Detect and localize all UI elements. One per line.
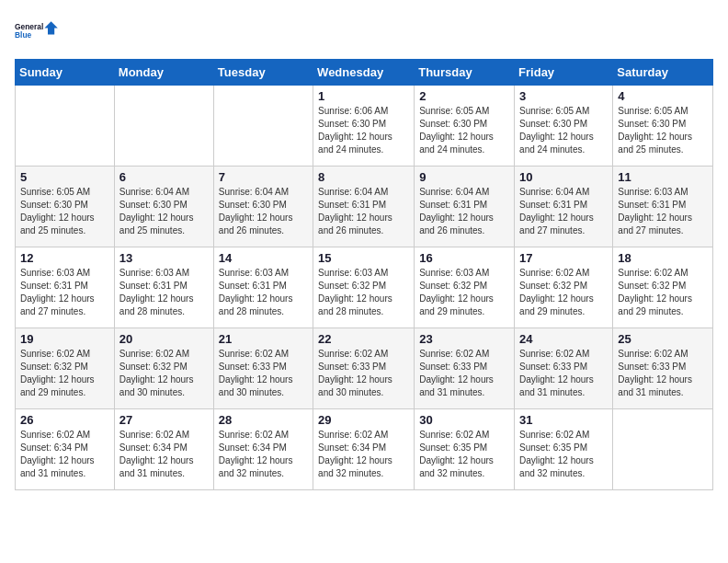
weekday-header-friday: Friday [515, 60, 613, 86]
day-info: Sunrise: 6:05 AM Sunset: 6:30 PM Dayligh… [618, 105, 708, 156]
calendar-cell: 12Sunrise: 6:03 AM Sunset: 6:31 PM Dayli… [16, 247, 115, 328]
calendar-cell: 6Sunrise: 6:04 AM Sunset: 6:30 PM Daylig… [114, 167, 213, 247]
day-info: Sunrise: 6:02 AM Sunset: 6:34 PM Dayligh… [20, 429, 109, 480]
calendar-cell: 10Sunrise: 6:04 AM Sunset: 6:31 PM Dayli… [515, 167, 613, 247]
calendar-cell: 4Sunrise: 6:05 AM Sunset: 6:30 PM Daylig… [613, 86, 713, 167]
day-info: Sunrise: 6:02 AM Sunset: 6:32 PM Dayligh… [618, 267, 708, 318]
day-number: 21 [219, 332, 308, 346]
day-number: 7 [219, 170, 308, 184]
day-number: 19 [20, 332, 109, 346]
day-number: 3 [519, 89, 608, 103]
weekday-header-row: SundayMondayTuesdayWednesdayThursdayFrid… [16, 60, 713, 86]
day-info: Sunrise: 6:04 AM Sunset: 6:31 PM Dayligh… [519, 186, 608, 237]
calendar-cell: 25Sunrise: 6:02 AM Sunset: 6:33 PM Dayli… [613, 328, 713, 409]
day-number: 25 [618, 332, 708, 346]
day-info: Sunrise: 6:02 AM Sunset: 6:32 PM Dayligh… [519, 267, 608, 318]
day-info: Sunrise: 6:02 AM Sunset: 6:32 PM Dayligh… [119, 348, 209, 399]
calendar-cell [213, 86, 313, 167]
day-number: 2 [419, 89, 509, 103]
calendar-cell: 13Sunrise: 6:03 AM Sunset: 6:31 PM Dayli… [114, 247, 213, 328]
calendar-cell: 17Sunrise: 6:02 AM Sunset: 6:32 PM Dayli… [515, 247, 613, 328]
day-number: 10 [519, 170, 608, 184]
calendar-cell: 22Sunrise: 6:02 AM Sunset: 6:33 PM Dayli… [313, 328, 415, 409]
day-info: Sunrise: 6:03 AM Sunset: 6:31 PM Dayligh… [219, 267, 308, 318]
day-number: 11 [618, 170, 708, 184]
weekday-header-thursday: Thursday [415, 60, 515, 86]
day-number: 23 [419, 332, 509, 346]
day-number: 5 [20, 170, 109, 184]
day-number: 26 [20, 413, 109, 427]
day-number: 13 [119, 251, 209, 265]
calendar-cell: 28Sunrise: 6:02 AM Sunset: 6:34 PM Dayli… [213, 409, 313, 490]
calendar-cell: 31Sunrise: 6:02 AM Sunset: 6:35 PM Dayli… [515, 409, 613, 490]
calendar-cell: 8Sunrise: 6:04 AM Sunset: 6:31 PM Daylig… [313, 167, 415, 247]
day-info: Sunrise: 6:02 AM Sunset: 6:34 PM Dayligh… [219, 429, 308, 480]
calendar-cell: 2Sunrise: 6:05 AM Sunset: 6:30 PM Daylig… [415, 86, 515, 167]
day-number: 27 [119, 413, 209, 427]
calendar-cell: 20Sunrise: 6:02 AM Sunset: 6:32 PM Dayli… [114, 328, 213, 409]
day-number: 4 [618, 89, 708, 103]
day-info: Sunrise: 6:03 AM Sunset: 6:32 PM Dayligh… [318, 267, 409, 318]
calendar-cell: 27Sunrise: 6:02 AM Sunset: 6:34 PM Dayli… [114, 409, 213, 490]
day-info: Sunrise: 6:02 AM Sunset: 6:34 PM Dayligh… [318, 429, 409, 480]
day-number: 29 [318, 413, 409, 427]
calendar-cell: 5Sunrise: 6:05 AM Sunset: 6:30 PM Daylig… [16, 167, 115, 247]
week-row-5: 26Sunrise: 6:02 AM Sunset: 6:34 PM Dayli… [16, 409, 713, 490]
day-number: 9 [419, 170, 509, 184]
week-row-4: 19Sunrise: 6:02 AM Sunset: 6:32 PM Dayli… [16, 328, 713, 409]
day-number: 30 [419, 413, 509, 427]
calendar-cell: 3Sunrise: 6:05 AM Sunset: 6:30 PM Daylig… [515, 86, 613, 167]
page-header: General Blue [15, 15, 713, 48]
day-number: 22 [318, 332, 409, 346]
calendar-cell: 9Sunrise: 6:04 AM Sunset: 6:31 PM Daylig… [415, 167, 515, 247]
day-info: Sunrise: 6:06 AM Sunset: 6:30 PM Dayligh… [318, 105, 409, 156]
calendar-cell [613, 409, 713, 490]
day-number: 28 [219, 413, 308, 427]
weekday-header-saturday: Saturday [613, 60, 713, 86]
weekday-header-tuesday: Tuesday [213, 60, 313, 86]
weekday-header-sunday: Sunday [16, 60, 115, 86]
calendar-cell: 23Sunrise: 6:02 AM Sunset: 6:33 PM Dayli… [415, 328, 515, 409]
calendar-table: SundayMondayTuesdayWednesdayThursdayFrid… [15, 59, 713, 490]
day-number: 12 [20, 251, 109, 265]
weekday-header-wednesday: Wednesday [313, 60, 415, 86]
calendar-cell: 16Sunrise: 6:03 AM Sunset: 6:32 PM Dayli… [415, 247, 515, 328]
day-info: Sunrise: 6:03 AM Sunset: 6:31 PM Dayligh… [20, 267, 109, 318]
calendar-cell: 7Sunrise: 6:04 AM Sunset: 6:30 PM Daylig… [213, 167, 313, 247]
calendar-cell: 26Sunrise: 6:02 AM Sunset: 6:34 PM Dayli… [16, 409, 115, 490]
calendar-cell: 11Sunrise: 6:03 AM Sunset: 6:31 PM Dayli… [613, 167, 713, 247]
day-info: Sunrise: 6:02 AM Sunset: 6:33 PM Dayligh… [419, 348, 509, 399]
day-info: Sunrise: 6:05 AM Sunset: 6:30 PM Dayligh… [519, 105, 608, 156]
day-info: Sunrise: 6:05 AM Sunset: 6:30 PM Dayligh… [419, 105, 509, 156]
svg-text:Blue: Blue [15, 30, 32, 40]
calendar-cell: 18Sunrise: 6:02 AM Sunset: 6:32 PM Dayli… [613, 247, 713, 328]
calendar-cell: 29Sunrise: 6:02 AM Sunset: 6:34 PM Dayli… [313, 409, 415, 490]
calendar-cell: 19Sunrise: 6:02 AM Sunset: 6:32 PM Dayli… [16, 328, 115, 409]
day-info: Sunrise: 6:03 AM Sunset: 6:31 PM Dayligh… [119, 267, 209, 318]
day-info: Sunrise: 6:03 AM Sunset: 6:31 PM Dayligh… [618, 186, 708, 237]
day-info: Sunrise: 6:02 AM Sunset: 6:33 PM Dayligh… [519, 348, 608, 399]
day-info: Sunrise: 6:04 AM Sunset: 6:31 PM Dayligh… [419, 186, 509, 237]
calendar-cell [16, 86, 115, 167]
day-info: Sunrise: 6:02 AM Sunset: 6:34 PM Dayligh… [119, 429, 209, 480]
calendar-cell: 14Sunrise: 6:03 AM Sunset: 6:31 PM Dayli… [213, 247, 313, 328]
day-number: 17 [519, 251, 608, 265]
day-number: 14 [219, 251, 308, 265]
logo: General Blue [15, 15, 59, 48]
svg-marker-2 [44, 21, 57, 34]
day-info: Sunrise: 6:02 AM Sunset: 6:35 PM Dayligh… [419, 429, 509, 480]
day-info: Sunrise: 6:04 AM Sunset: 6:30 PM Dayligh… [119, 186, 209, 237]
day-info: Sunrise: 6:02 AM Sunset: 6:33 PM Dayligh… [219, 348, 308, 399]
week-row-1: 1Sunrise: 6:06 AM Sunset: 6:30 PM Daylig… [16, 86, 713, 167]
svg-text:General: General [15, 22, 43, 31]
day-info: Sunrise: 6:04 AM Sunset: 6:31 PM Dayligh… [318, 186, 409, 237]
day-number: 8 [318, 170, 409, 184]
day-number: 20 [119, 332, 209, 346]
calendar-cell: 21Sunrise: 6:02 AM Sunset: 6:33 PM Dayli… [213, 328, 313, 409]
day-info: Sunrise: 6:02 AM Sunset: 6:32 PM Dayligh… [20, 348, 109, 399]
calendar-cell: 1Sunrise: 6:06 AM Sunset: 6:30 PM Daylig… [313, 86, 415, 167]
day-number: 16 [419, 251, 509, 265]
day-info: Sunrise: 6:02 AM Sunset: 6:33 PM Dayligh… [618, 348, 708, 399]
day-number: 1 [318, 89, 409, 103]
day-number: 18 [618, 251, 708, 265]
